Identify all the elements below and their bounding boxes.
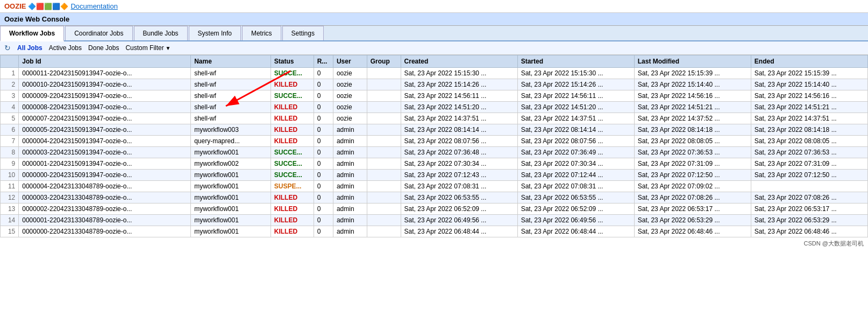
status-cell: KILLED: [271, 113, 314, 124]
user-cell: admin: [333, 136, 367, 147]
job-id-cell: 0000007-220423150913947-oozie-o...: [19, 113, 191, 124]
status-cell: KILLED: [271, 203, 314, 215]
r-cell: 0: [314, 181, 333, 192]
ended-cell: Sat, 23 Apr 2022 07:08:26 ...: [751, 192, 867, 203]
table-row[interactable]: 150000000-220423133048789-oozie-o...mywo…: [1, 226, 868, 237]
user-cell: oozie: [333, 79, 367, 90]
table-row[interactable]: 120000003-220423133048789-oozie-o...mywo…: [1, 192, 868, 203]
row-num: 9: [1, 158, 19, 170]
lastmod-cell: Sat, 23 Apr 2022 06:53:29 ...: [634, 215, 751, 226]
user-cell: admin: [333, 203, 367, 215]
header: OOZIE 🔷🟥🟩🟦🔶 Documentation: [0, 0, 868, 13]
user-cell: oozie: [333, 102, 367, 113]
started-cell: Sat, 23 Apr 2022 15:15:30 ...: [517, 68, 634, 79]
table-row[interactable]: 60000005-220423150913947-oozie-o...mywor…: [1, 124, 868, 136]
table-row[interactable]: 90000001-220423150913947-oozie-o...mywor…: [1, 158, 868, 170]
created-cell: Sat, 23 Apr 2022 08:14:14 ...: [401, 124, 517, 136]
name-cell: myworkflow001: [191, 147, 271, 158]
col-header-lastmod[interactable]: Last Modified: [634, 55, 751, 68]
started-cell: Sat, 23 Apr 2022 07:08:31 ...: [517, 181, 634, 192]
filter-active-jobs[interactable]: Active Jobs: [49, 44, 82, 52]
watermark: CSDN @大数据老司机: [0, 237, 868, 250]
table-row[interactable]: 50000007-220423150913947-oozie-o...shell…: [1, 113, 868, 124]
status-cell: KILLED: [271, 79, 314, 90]
r-cell: 0: [314, 170, 333, 181]
table-row[interactable]: 40000008-220423150913947-oozie-o...shell…: [1, 102, 868, 113]
row-num: 6: [1, 124, 19, 136]
ended-cell: Sat, 23 Apr 2022 07:31:09 ...: [751, 158, 867, 170]
col-header-group[interactable]: Group: [367, 55, 401, 68]
col-header-name[interactable]: Name: [191, 55, 271, 68]
table-row[interactable]: 10000011-220423150913947-oozie-o...shell…: [1, 68, 868, 79]
user-cell: admin: [333, 147, 367, 158]
lastmod-cell: Sat, 23 Apr 2022 07:12:50 ...: [634, 170, 751, 181]
created-cell: Sat, 23 Apr 2022 15:15:30 ...: [401, 68, 517, 79]
job-id-cell: 0000011-220423150913947-oozie-o...: [19, 68, 191, 79]
status-cell: KILLED: [271, 192, 314, 203]
tab-coordinator-jobs[interactable]: Coordinator Jobs: [65, 26, 132, 40]
col-header-created[interactable]: Created: [401, 55, 517, 68]
started-cell: Sat, 23 Apr 2022 14:37:51 ...: [517, 113, 634, 124]
ended-cell: Sat, 23 Apr 2022 06:48:46 ...: [751, 226, 867, 237]
r-cell: 0: [314, 226, 333, 237]
filter-all-jobs[interactable]: All Jobs: [17, 44, 42, 52]
started-cell: Sat, 23 Apr 2022 14:56:11 ...: [517, 90, 634, 102]
row-num: 10: [1, 170, 19, 181]
created-cell: Sat, 23 Apr 2022 06:48:44 ...: [401, 226, 517, 237]
table-row[interactable]: 20000010-220423150913947-oozie-o...shell…: [1, 79, 868, 90]
console-title: Oozie Web Console: [0, 13, 868, 26]
lastmod-cell: Sat, 23 Apr 2022 08:08:05 ...: [634, 136, 751, 147]
job-id-cell: 0000005-220423150913947-oozie-o...: [19, 124, 191, 136]
row-num: 2: [1, 79, 19, 90]
tab-workflow-jobs[interactable]: Workflow Jobs: [0, 26, 64, 41]
row-num: 11: [1, 181, 19, 192]
user-cell: admin: [333, 215, 367, 226]
group-cell: [367, 147, 401, 158]
ended-cell: Sat, 23 Apr 2022 06:53:29 ...: [751, 215, 867, 226]
col-header-ended[interactable]: Ended: [751, 55, 867, 68]
table-row[interactable]: 70000004-220423150913947-oozie-o...query…: [1, 136, 868, 147]
filter-custom[interactable]: Custom Filter: [125, 44, 170, 52]
created-cell: Sat, 23 Apr 2022 07:36:48 ...: [401, 147, 517, 158]
group-cell: [367, 158, 401, 170]
col-header-r[interactable]: R...: [314, 55, 333, 68]
table-row[interactable]: 130000002-220423133048789-oozie-o...mywo…: [1, 203, 868, 215]
started-cell: Sat, 23 Apr 2022 08:14:14 ...: [517, 124, 634, 136]
table-row[interactable]: 140000001-220423133048789-oozie-o...mywo…: [1, 215, 868, 226]
name-cell: shell-wf: [191, 90, 271, 102]
user-cell: admin: [333, 181, 367, 192]
refresh-icon[interactable]: ↻: [4, 44, 11, 52]
table-row[interactable]: 80000003-220423150913947-oozie-o...mywor…: [1, 147, 868, 158]
tab-metrics[interactable]: Metrics: [242, 26, 281, 40]
job-id-cell: 0000000-220423150913947-oozie-o...: [19, 170, 191, 181]
ended-cell: [751, 181, 867, 192]
row-num: 7: [1, 136, 19, 147]
col-header-user[interactable]: User: [333, 55, 367, 68]
name-cell: myworkflow001: [191, 226, 271, 237]
started-cell: Sat, 23 Apr 2022 15:14:26 ...: [517, 79, 634, 90]
status-cell: KILLED: [271, 102, 314, 113]
lastmod-cell: Sat, 23 Apr 2022 07:08:26 ...: [634, 192, 751, 203]
job-id-cell: 0000004-220423150913947-oozie-o...: [19, 136, 191, 147]
group-cell: [367, 170, 401, 181]
table-row[interactable]: 110000004-220423133048789-oozie-o...mywo…: [1, 181, 868, 192]
tab-bundle-jobs[interactable]: Bundle Jobs: [134, 26, 188, 40]
table-row[interactable]: 100000000-220423150913947-oozie-o...mywo…: [1, 170, 868, 181]
col-header-status[interactable]: Status: [271, 55, 314, 68]
tab-settings[interactable]: Settings: [282, 26, 324, 40]
created-cell: Sat, 23 Apr 2022 14:37:51 ...: [401, 113, 517, 124]
filter-done-jobs[interactable]: Done Jobs: [88, 44, 119, 52]
col-header-started[interactable]: Started: [517, 55, 634, 68]
table-row[interactable]: 30000009-220423150913947-oozie-o...shell…: [1, 90, 868, 102]
tab-system-info[interactable]: System Info: [189, 26, 241, 40]
col-header-jobid[interactable]: Job Id: [19, 55, 191, 68]
doc-link[interactable]: Documentation: [70, 2, 117, 10]
row-num: 4: [1, 102, 19, 113]
started-cell: Sat, 23 Apr 2022 06:53:55 ...: [517, 192, 634, 203]
created-cell: Sat, 23 Apr 2022 15:14:26 ...: [401, 79, 517, 90]
row-num: 5: [1, 113, 19, 124]
job-id-cell: 0000000-220423133048789-oozie-o...: [19, 226, 191, 237]
r-cell: 0: [314, 158, 333, 170]
ended-cell: Sat, 23 Apr 2022 14:37:51 ...: [751, 113, 867, 124]
status-cell: SUCCE...: [271, 170, 314, 181]
